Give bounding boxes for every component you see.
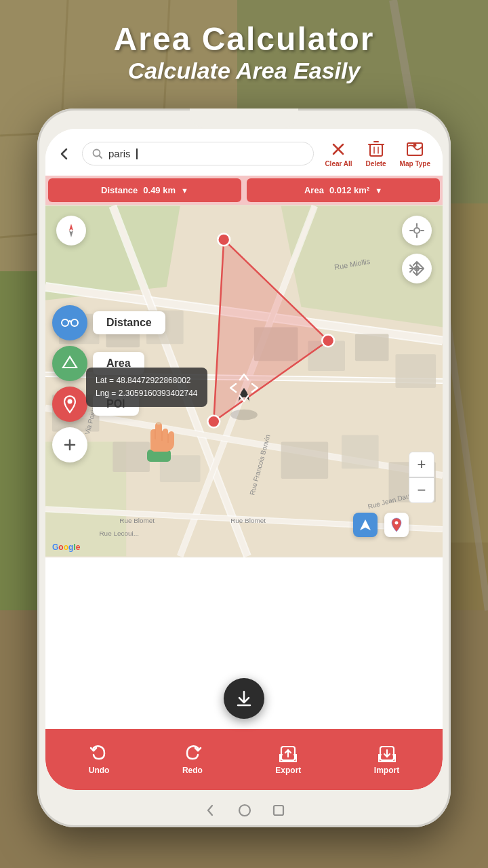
download-fab-button[interactable] [224, 678, 264, 719]
area-dropdown-arrow: ▼ [375, 186, 382, 195]
lat-display: Lat = 48.84472922868002 [96, 374, 198, 387]
svg-rect-16 [370, 144, 382, 156]
distance-fab-item: Distance [52, 305, 165, 340]
phone-notch [190, 108, 298, 127]
app-header: Area Calculator Calculate Area Easily [0, 20, 488, 84]
download-icon [234, 688, 254, 709]
google-logo: Google [52, 542, 80, 552]
svg-marker-64 [69, 224, 73, 231]
add-fab-item [52, 427, 165, 462]
system-recent-button[interactable] [272, 804, 285, 819]
google-maps-button[interactable] [384, 513, 409, 537]
delete-button[interactable]: Delete [361, 137, 392, 170]
svg-point-74 [71, 319, 78, 326]
svg-marker-65 [69, 231, 73, 237]
area-fab-button[interactable] [52, 346, 87, 381]
phone-screen: paris Clear All [45, 129, 443, 790]
bottom-action-bar: Undo Redo Export [45, 729, 443, 790]
distance-fab-icon [60, 313, 79, 332]
phone-nav-bar [203, 803, 285, 821]
back-button[interactable] [52, 142, 77, 166]
map-area[interactable]: Rue Miollis Via Poirier Rue Francois Bon… [45, 205, 443, 557]
svg-rect-49 [281, 441, 329, 479]
svg-rect-50 [342, 435, 379, 469]
delete-icon [367, 140, 385, 159]
svg-rect-45 [355, 334, 389, 361]
redo-icon [183, 744, 202, 763]
distance-fab-label: Distance [93, 311, 165, 334]
lng-display: Lng = 2.3059160393402744 [96, 387, 198, 400]
system-home-button[interactable] [237, 803, 252, 821]
coordinate-popup: Lat = 48.84472922868002 Lng = 2.30591603… [86, 368, 207, 407]
svg-point-90 [239, 805, 250, 816]
distance-fab-button[interactable] [52, 305, 87, 340]
import-button[interactable]: Import [365, 738, 409, 781]
import-icon [378, 744, 396, 763]
svg-marker-75 [63, 357, 77, 368]
undo-button[interactable]: Undo [79, 738, 119, 781]
cursor [136, 149, 138, 159]
phone-mockup: paris Clear All [37, 108, 451, 827]
navigate-arrow-icon [359, 518, 372, 532]
svg-point-76 [68, 399, 73, 404]
svg-point-66 [414, 228, 420, 233]
svg-rect-91 [274, 806, 283, 815]
move-button[interactable] [402, 254, 432, 283]
svg-point-22 [413, 144, 417, 147]
zoom-out-button[interactable]: − [409, 477, 434, 503]
add-icon [62, 437, 78, 453]
svg-text:Rue Blomet: Rue Blomet [119, 517, 155, 524]
svg-marker-72 [360, 519, 371, 530]
search-box[interactable]: paris [82, 142, 314, 165]
distance-metric[interactable]: Distance 0.49 km ▼ [48, 178, 241, 202]
export-button[interactable]: Export [266, 738, 310, 781]
map-type-button[interactable]: Map Type [394, 137, 436, 170]
svg-point-73 [62, 319, 68, 326]
poi-fab-icon [61, 395, 79, 414]
area-fab-icon [60, 354, 79, 373]
svg-rect-46 [395, 354, 436, 388]
metrics-bar: Distance 0.49 km ▼ Area 0.012 km² ▼ [45, 176, 443, 205]
compass-button[interactable] [56, 216, 86, 245]
lat-value: 48.84472922868002 [116, 376, 190, 385]
svg-text:Rue Blomet: Rue Blomet [230, 517, 266, 524]
navigate-icon[interactable] [353, 513, 378, 537]
svg-point-53 [218, 233, 230, 245]
add-fab-button[interactable] [52, 427, 87, 462]
lng-value: 2.3059160393402744 [119, 389, 198, 398]
app-title: Area Calculator [0, 20, 488, 58]
svg-text:Rue Lecoui...: Rue Lecoui... [99, 530, 138, 537]
top-bar: paris Clear All [45, 129, 443, 176]
location-button[interactable] [402, 216, 432, 245]
svg-point-63 [230, 410, 258, 420]
location-icon [409, 222, 425, 239]
poi-fab-button[interactable] [52, 387, 87, 422]
app-subtitle: Calculate Area Easily [0, 58, 488, 84]
svg-point-55 [207, 416, 220, 428]
distance-dropdown-arrow: ▼ [181, 186, 188, 195]
toolbar: Clear All Delete [319, 137, 436, 170]
lng-label: Lng = [96, 389, 116, 398]
compass-icon [62, 222, 80, 239]
zoom-controls: + − [409, 452, 434, 503]
zoom-in-button[interactable]: + [409, 452, 434, 477]
clear-all-button[interactable]: Clear All [319, 137, 357, 170]
export-icon [279, 744, 298, 763]
undo-icon [89, 744, 108, 763]
search-icon [92, 149, 103, 159]
map-type-icon [405, 140, 424, 159]
system-back-button[interactable] [203, 804, 217, 820]
svg-point-54 [322, 334, 334, 347]
clear-all-icon [329, 140, 348, 159]
lat-label: Lat = [96, 376, 114, 385]
search-input[interactable]: paris [108, 148, 131, 159]
area-metric[interactable]: Area 0.012 km² ▼ [247, 178, 440, 202]
redo-button[interactable]: Redo [173, 738, 212, 781]
google-maps-icon [388, 517, 405, 533]
move-icon [408, 260, 426, 277]
svg-line-13 [100, 155, 102, 158]
